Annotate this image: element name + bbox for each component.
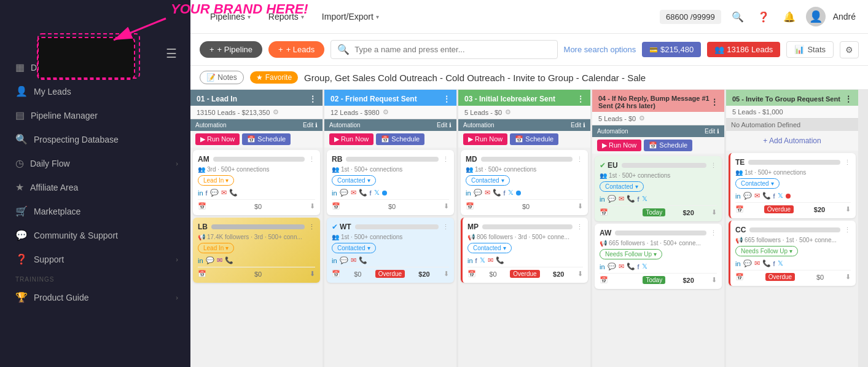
linkedin-icon[interactable]: in bbox=[198, 189, 203, 197]
card-menu-icon[interactable]: ⋮ bbox=[576, 223, 583, 231]
chat-icon[interactable]: 💬 bbox=[608, 195, 616, 203]
card-expand-icon[interactable]: ⬇ bbox=[310, 202, 315, 210]
twitter-icon[interactable]: 𝕏 bbox=[374, 189, 380, 197]
email-icon[interactable]: ✉ bbox=[485, 189, 490, 197]
leads-count-button[interactable]: 👥 13186 Leads bbox=[707, 42, 780, 57]
card-tag-te[interactable]: Contacted ▾ bbox=[735, 178, 780, 189]
phone-icon[interactable]: 📞 bbox=[762, 259, 771, 267]
card-expand-icon[interactable]: ⬇ bbox=[845, 205, 851, 213]
sidebar-item-product-guide[interactable]: 🏆 Product Guide › bbox=[6, 285, 184, 309]
chat-icon[interactable]: 💬 bbox=[608, 262, 616, 270]
card-tag-wt[interactable]: Contacted ▾ bbox=[332, 243, 376, 253]
schedule-button-2[interactable]: 📅 Schedule bbox=[376, 133, 424, 145]
col-header-menu-icon[interactable]: ⋮ bbox=[577, 95, 584, 103]
run-now-button-1[interactable]: ▶ Run Now bbox=[195, 133, 240, 145]
sidebar-item-daily-flow[interactable]: ◷ Daily Flow › bbox=[6, 151, 184, 175]
card-tag-am[interactable]: Lead In ▾ bbox=[198, 175, 234, 186]
favorite-tag-button[interactable]: ★ Favorite bbox=[250, 71, 298, 84]
facebook-icon[interactable]: f bbox=[638, 263, 639, 270]
card-tag-cc[interactable]: Needs Follow Up ▾ bbox=[735, 246, 798, 256]
facebook-icon[interactable]: f bbox=[475, 257, 477, 264]
phone-icon[interactable]: 📞 bbox=[229, 189, 238, 197]
card-expand-icon[interactable]: ⬇ bbox=[444, 270, 449, 278]
nav-reports[interactable]: Reports ▾ bbox=[261, 8, 311, 25]
card-menu-icon[interactable]: ⋮ bbox=[576, 156, 583, 164]
sidebar-item-community[interactable]: 💬 Community & Support bbox=[6, 223, 184, 247]
sidebar-item-support[interactable]: ❓ Support › bbox=[6, 247, 184, 271]
linkedin-icon[interactable]: in bbox=[600, 195, 605, 203]
facebook-icon[interactable]: f bbox=[504, 189, 506, 197]
run-now-button-3[interactable]: ▶ Run Now bbox=[463, 133, 507, 145]
col-header-menu-icon[interactable]: ⋮ bbox=[443, 95, 450, 103]
col-header-menu-icon[interactable]: ⋮ bbox=[309, 95, 316, 103]
twitter-icon[interactable]: 𝕏 bbox=[642, 195, 647, 203]
email-icon[interactable]: ✉ bbox=[351, 189, 356, 197]
linkedin-icon[interactable]: in bbox=[332, 189, 337, 197]
phone-icon[interactable]: 📞 bbox=[496, 256, 504, 264]
stats-button[interactable]: 📊 Stats bbox=[786, 41, 834, 58]
sidebar-item-my-leads[interactable]: 👤 My Leads bbox=[6, 79, 184, 103]
notifications-button[interactable]: 🔔 bbox=[780, 7, 799, 26]
linkedin-icon[interactable]: in bbox=[735, 260, 741, 267]
card-menu-icon[interactable]: ⋮ bbox=[844, 159, 851, 167]
card-menu-icon[interactable]: ⋮ bbox=[710, 162, 717, 170]
twitter-icon[interactable]: 𝕏 bbox=[480, 256, 485, 264]
facebook-icon[interactable]: f bbox=[773, 260, 775, 267]
user-avatar[interactable]: 👤 bbox=[806, 7, 826, 26]
settings-button[interactable]: ⚙ bbox=[840, 41, 859, 58]
chat-icon[interactable]: 💬 bbox=[340, 189, 348, 197]
card-tag-aw[interactable]: Needs Follow Up ▾ bbox=[600, 249, 662, 259]
card-expand-icon[interactable]: ⬇ bbox=[711, 208, 717, 216]
email-icon[interactable]: ✉ bbox=[619, 195, 624, 203]
chat-icon[interactable]: 💬 bbox=[743, 259, 752, 267]
linkedin-icon[interactable]: in bbox=[600, 263, 605, 270]
run-now-button-4[interactable]: ▶ Run Now bbox=[597, 140, 641, 151]
facebook-icon[interactable]: f bbox=[638, 195, 639, 203]
add-leads-button[interactable]: + + Leads bbox=[268, 41, 324, 58]
phone-icon[interactable]: 📞 bbox=[225, 256, 233, 264]
card-expand-icon[interactable]: ⬇ bbox=[711, 276, 717, 284]
add-automation-button-5[interactable]: + Add Automation bbox=[760, 133, 824, 148]
card-tag-mp[interactable]: Contacted ▾ bbox=[467, 243, 512, 253]
phone-icon[interactable]: 📞 bbox=[359, 189, 367, 197]
sidebar-item-affiliate[interactable]: ★ Affiliate Area bbox=[6, 175, 184, 199]
twitter-icon[interactable]: 𝕏 bbox=[778, 192, 783, 200]
card-menu-icon[interactable]: ⋮ bbox=[308, 156, 315, 164]
card-expand-icon[interactable]: ⬇ bbox=[577, 202, 583, 210]
email-icon[interactable]: ✉ bbox=[754, 192, 760, 200]
facebook-icon[interactable]: f bbox=[206, 189, 208, 197]
card-menu-icon[interactable]: ⋮ bbox=[844, 226, 851, 234]
card-expand-icon[interactable]: ⬇ bbox=[444, 202, 449, 210]
email-icon[interactable]: ✉ bbox=[754, 259, 760, 267]
notes-tag-button[interactable]: 📝 Notes bbox=[200, 71, 244, 84]
edit-label[interactable]: Edit ℹ bbox=[437, 122, 452, 128]
search-button[interactable]: 🔍 bbox=[729, 7, 747, 26]
phone-icon[interactable]: 📞 bbox=[493, 189, 501, 197]
nav-import-export[interactable]: Import/Export ▾ bbox=[315, 8, 386, 25]
col-header-menu-icon[interactable]: ⋮ bbox=[711, 98, 718, 106]
twitter-icon[interactable]: 𝕏 bbox=[642, 262, 647, 270]
chat-icon[interactable]: 💬 bbox=[206, 256, 214, 264]
email-icon[interactable]: ✉ bbox=[221, 189, 227, 197]
phone-icon[interactable]: 📞 bbox=[627, 262, 635, 270]
linkedin-icon[interactable]: in bbox=[198, 257, 203, 264]
twitter-icon[interactable]: 𝕏 bbox=[508, 189, 514, 197]
sidebar-item-pipeline-manager[interactable]: ▤ Pipeline Manager bbox=[6, 103, 184, 127]
card-tag-lb[interactable]: Lead In ▾ bbox=[198, 243, 234, 253]
chat-icon[interactable]: 💬 bbox=[743, 192, 752, 200]
card-menu-icon[interactable]: ⋮ bbox=[442, 223, 449, 231]
schedule-button-1[interactable]: 📅 Schedule bbox=[242, 133, 291, 145]
search-input[interactable] bbox=[354, 45, 550, 54]
card-tag-rb[interactable]: Contacted ▾ bbox=[332, 175, 376, 186]
add-pipeline-button[interactable]: + + Pipeline bbox=[200, 41, 262, 58]
chat-icon[interactable]: 💬 bbox=[210, 189, 219, 197]
email-icon[interactable]: ✉ bbox=[217, 256, 222, 264]
card-tag-md[interactable]: Contacted ▾ bbox=[466, 175, 510, 186]
chat-icon[interactable]: 💬 bbox=[340, 256, 348, 264]
revenue-button[interactable]: 💳 $215,480 bbox=[642, 42, 701, 57]
facebook-icon[interactable]: f bbox=[370, 189, 372, 197]
card-expand-icon[interactable]: ⬇ bbox=[845, 273, 851, 281]
edit-label[interactable]: Edit ℹ bbox=[303, 122, 318, 128]
run-now-button-2[interactable]: ▶ Run Now bbox=[329, 133, 373, 145]
phone-icon[interactable]: 📞 bbox=[627, 195, 635, 203]
